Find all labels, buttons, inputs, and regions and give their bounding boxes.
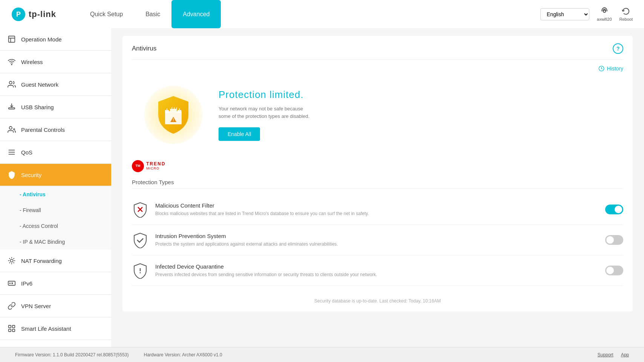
language-select[interactable]: English xyxy=(540,8,589,20)
hardware-version: Hardware Version: Archer AX6000 v1.0 xyxy=(144,352,222,357)
intrusion-prevention-icon xyxy=(132,232,148,248)
svg-point-5 xyxy=(9,81,12,84)
sidebar-item-usb-sharing[interactable]: USB Sharing xyxy=(0,96,111,118)
support-link[interactable]: Support xyxy=(598,352,613,357)
sidebar-item-ipv6[interactable]: IPv6 xyxy=(0,272,111,294)
top-bar: P tp-link Quick Setup Basic Advanced Eng… xyxy=(0,0,644,28)
content-area: Antivirus ? History xyxy=(111,28,644,347)
shield-container: ! xyxy=(143,85,203,145)
axwifi-icon xyxy=(600,7,609,16)
help-icon[interactable]: ? xyxy=(613,43,623,54)
quarantine-desc: Prevents infected devices from sending s… xyxy=(155,272,598,278)
sidebar-item-operation-mode[interactable]: Operation Mode xyxy=(0,28,111,50)
sub-access-control-label: - Access Control xyxy=(20,223,58,229)
sidebar-label-smart-life-assistant: Smart Life Assistant xyxy=(21,325,71,332)
tab-quick-setup[interactable]: Quick Setup xyxy=(79,0,134,28)
sidebar-item-system-tools[interactable]: System Tools xyxy=(0,340,111,347)
parental-controls-icon xyxy=(8,125,16,134)
sidebar-label-qos: QoS xyxy=(21,149,32,156)
svg-text:!: ! xyxy=(173,118,174,122)
svg-point-6 xyxy=(9,127,12,129)
ipv6-icon xyxy=(8,279,16,287)
footer-right: Support App xyxy=(598,352,629,357)
enable-all-button[interactable]: Enable All xyxy=(219,127,260,141)
svg-rect-30 xyxy=(170,106,171,109)
nav-right: English axwifi20 Reboot xyxy=(540,7,633,21)
svg-point-40 xyxy=(140,272,141,273)
trend-micro-logo: TM TREND MICRO xyxy=(132,160,623,172)
sidebar-sub-firewall[interactable]: - Firewall xyxy=(0,202,111,218)
protection-types-title: Protection Types xyxy=(132,179,623,189)
sidebar-label-nat-forwarding: NAT Forwarding xyxy=(21,258,62,264)
usb-sharing-icon xyxy=(8,103,16,111)
malicious-filter-toggle[interactable] xyxy=(605,205,623,214)
svg-rect-31 xyxy=(172,106,174,109)
sidebar-label-security: Security xyxy=(21,172,41,178)
vpn-server-icon xyxy=(8,302,16,310)
reboot-icon xyxy=(621,7,630,16)
protection-shield-icon: ! xyxy=(154,94,192,136)
sidebar-label-parental-controls: Parental Controls xyxy=(21,127,65,133)
security-sub-menu: - Antivirus - Firewall - Access Control … xyxy=(0,186,111,250)
svg-point-12 xyxy=(10,259,13,262)
clock-icon xyxy=(598,66,604,72)
intrusion-prevention-desc: Protects the system and applications aga… xyxy=(155,241,598,247)
quarantine-icon xyxy=(132,262,148,279)
tab-advanced[interactable]: Advanced xyxy=(171,0,221,28)
protection-row-malicious: Malicious Content Filter Blocks maliciou… xyxy=(132,194,623,225)
tab-basic[interactable]: Basic xyxy=(134,0,171,28)
svg-rect-29 xyxy=(167,107,169,110)
sidebar-item-wireless[interactable]: Wireless xyxy=(0,51,111,73)
intrusion-prevention-toggle-knob xyxy=(606,236,614,244)
trend-micro-text: TREND MICRO xyxy=(146,162,165,170)
main-layout: Operation Mode Wireless Guest Network xyxy=(0,28,644,347)
content-header: Antivirus ? xyxy=(132,43,623,54)
sub-antivirus-label: - Antivirus xyxy=(20,191,46,197)
sidebar-label-vpn-server: VPN Server xyxy=(21,303,51,309)
sidebar-item-nat-forwarding[interactable]: NAT Forwarding xyxy=(0,250,111,272)
svg-rect-32 xyxy=(174,106,176,109)
operation-mode-icon xyxy=(8,35,16,43)
reboot-button[interactable]: Reboot xyxy=(620,7,633,21)
footer: Firmware Version: 1.1.0 Build 20200427 r… xyxy=(0,347,644,362)
logo-text: tp-link xyxy=(29,9,56,19)
sidebar-sub-ip-mac-binding[interactable]: - IP & MAC Binding xyxy=(0,234,111,250)
malicious-filter-desc: Blocks malicious websites that are liste… xyxy=(155,211,598,217)
sidebar-sub-antivirus[interactable]: - Antivirus xyxy=(0,186,111,202)
intrusion-prevention-toggle[interactable] xyxy=(605,235,623,245)
protection-description: Your network may not be safe becausesome… xyxy=(219,105,620,120)
sidebar-item-security[interactable]: Security xyxy=(0,164,111,186)
history-link[interactable]: History xyxy=(132,66,623,72)
smart-life-icon xyxy=(8,324,16,333)
sidebar-item-parental-controls[interactable]: Parental Controls xyxy=(0,119,111,141)
antivirus-card: Antivirus ? History xyxy=(122,36,633,312)
sidebar-label-operation-mode: Operation Mode xyxy=(21,36,62,43)
status-area: Security database is up-to-date. Last ch… xyxy=(132,297,623,304)
security-icon xyxy=(8,171,16,179)
protection-limited-title: Protection limited. xyxy=(219,89,620,101)
protection-row-quarantine: Infected Device Quarantine Prevents infe… xyxy=(132,255,623,286)
axwifi-button[interactable]: axwifi20 xyxy=(597,7,612,21)
app-link[interactable]: App xyxy=(621,352,629,357)
card-divider xyxy=(132,60,623,60)
svg-rect-20 xyxy=(9,329,11,331)
malicious-filter-name: Malicious Content Filter xyxy=(155,202,598,209)
quarantine-info: Infected Device Quarantine Prevents infe… xyxy=(155,263,598,278)
nat-forwarding-icon xyxy=(8,257,16,265)
svg-rect-28 xyxy=(165,107,167,110)
intrusion-prevention-info: Intrusion Prevention System Protects the… xyxy=(155,233,598,247)
svg-rect-19 xyxy=(12,325,15,328)
guest-network-icon xyxy=(8,80,16,89)
protection-row-intrusion: Intrusion Prevention System Protects the… xyxy=(132,225,623,255)
wireless-icon xyxy=(8,58,16,66)
sidebar-item-qos[interactable]: QoS xyxy=(0,141,111,163)
malicious-filter-info: Malicious Content Filter Blocks maliciou… xyxy=(155,202,598,217)
sidebar-item-vpn-server[interactable]: VPN Server xyxy=(0,295,111,317)
sidebar-item-smart-life-assistant[interactable]: Smart Life Assistant xyxy=(0,318,111,339)
quarantine-toggle[interactable] xyxy=(605,266,623,275)
sidebar-sub-access-control[interactable]: - Access Control xyxy=(0,218,111,234)
trend-micro-circle: TM xyxy=(132,160,144,172)
sidebar-item-guest-network[interactable]: Guest Network xyxy=(0,73,111,95)
micro-label: MICRO xyxy=(146,167,165,171)
malicious-filter-toggle-knob xyxy=(615,206,622,213)
